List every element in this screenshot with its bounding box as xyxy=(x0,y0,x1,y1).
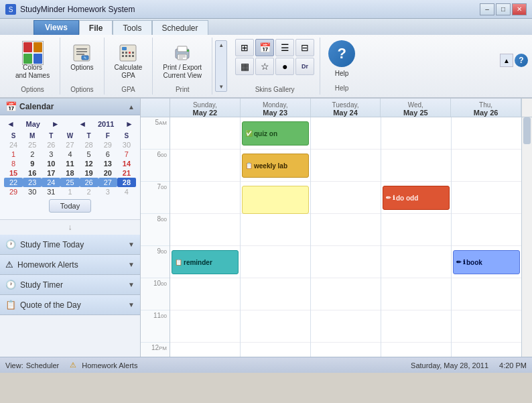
tuesday-column[interactable] xyxy=(311,117,381,357)
event-reminder[interactable]: 📋 reminder xyxy=(172,250,239,274)
color-red xyxy=(23,42,32,52)
cal-day[interactable]: 26 xyxy=(42,140,60,150)
event-do-odd[interactable]: ✏ ℹ do odd xyxy=(383,186,450,210)
next-year-button[interactable]: ► xyxy=(123,119,136,129)
cal-day[interactable]: 8 xyxy=(4,159,23,168)
scroll-gutter[interactable] xyxy=(521,117,532,357)
cal-day[interactable]: 3 xyxy=(98,187,117,196)
calculate-gpa-button[interactable]: CalculateGPA xyxy=(110,39,147,83)
event-weekly-lab[interactable]: 📋 weekly lab xyxy=(242,154,309,178)
cal-day[interactable]: 27 xyxy=(60,140,79,150)
cal-day[interactable]: 2 xyxy=(80,187,98,196)
thursday-column[interactable]: ✏ ℹ book xyxy=(452,117,521,357)
cal-day[interactable]: 25 xyxy=(23,140,42,150)
cal-header-tuesday[interactable]: Tuesday, May 24 xyxy=(311,99,381,117)
cal-day[interactable]: 18 xyxy=(60,168,79,178)
cal-header-monday[interactable]: Monday, May 23 xyxy=(241,99,311,117)
monday-column[interactable]: ✅ quiz on 📋 weekly lab xyxy=(241,117,311,357)
cal-day-28[interactable]: 28 xyxy=(117,178,136,187)
tab-tools[interactable]: Tools xyxy=(113,20,151,35)
cal-day[interactable]: 28 xyxy=(80,140,98,150)
cal-header-thursday[interactable]: Thu, May 26 xyxy=(451,99,521,117)
cal-day-24[interactable]: 24 xyxy=(42,178,60,187)
study-time-panel[interactable]: 🕐 Study Time Today ▼ xyxy=(0,235,140,255)
sidebar-expand-arrow[interactable]: ↓ xyxy=(0,220,140,235)
cal-day-22[interactable]: 22 xyxy=(4,178,23,187)
colors-group-label: Options xyxy=(21,83,44,93)
time-gutter-header xyxy=(141,99,170,117)
skin-list-button[interactable]: ☰ xyxy=(275,39,294,56)
options-button[interactable]: ✎ Options xyxy=(66,39,98,75)
ribbon-collapse-button[interactable]: ▲ xyxy=(500,54,513,67)
cal-day[interactable]: 19 xyxy=(80,168,98,178)
prev-month-button[interactable]: ◄ xyxy=(4,119,17,129)
event-quiz[interactable]: ✅ quiz on xyxy=(242,121,309,146)
help-icon-button[interactable]: ? xyxy=(515,54,528,67)
sunday-column[interactable]: 📋 reminder xyxy=(170,117,241,357)
skin-calendar-button[interactable]: 📅 xyxy=(255,39,274,56)
colors-names-button[interactable]: Colorsand Names xyxy=(11,39,54,83)
cal-day[interactable]: 14 xyxy=(117,159,136,168)
today-button[interactable]: Today xyxy=(49,199,91,213)
calendar-collapse-button[interactable]: ▲ xyxy=(128,103,135,111)
cal-day[interactable]: 2 xyxy=(23,150,42,159)
homework-alerts-panel[interactable]: ⚠ Homework Alerts ▼ xyxy=(0,255,140,275)
cal-day[interactable]: 20 xyxy=(98,168,117,178)
cal-day[interactable]: 1 xyxy=(4,150,23,159)
svg-text:S: S xyxy=(9,6,13,13)
cal-day[interactable]: 16 xyxy=(23,168,42,178)
tab-file[interactable]: File xyxy=(79,20,113,35)
cal-day[interactable]: 9 xyxy=(23,159,42,168)
cal-day[interactable]: 29 xyxy=(4,187,23,196)
cal-day[interactable]: 12 xyxy=(80,159,98,168)
cal-day[interactable]: 21 xyxy=(117,168,136,178)
prev-year-button[interactable]: ◄ xyxy=(76,119,89,129)
skin-view5-button[interactable]: ▦ xyxy=(235,58,254,75)
print-export-button[interactable]: Print / ExportCurrent View xyxy=(158,39,206,83)
maximize-button[interactable]: □ xyxy=(496,3,511,15)
study-timer-panel[interactable]: 🕐 Study Timer ▼ xyxy=(0,275,140,295)
cal-day[interactable]: 13 xyxy=(98,159,117,168)
cal-day[interactable]: 11 xyxy=(60,159,79,168)
cal-day-25[interactable]: 25 xyxy=(60,178,79,187)
cal-day[interactable]: 10 xyxy=(42,159,60,168)
cal-day-27[interactable]: 27 xyxy=(98,178,117,187)
cal-day[interactable]: 30 xyxy=(23,187,42,196)
cal-day[interactable]: 4 xyxy=(117,187,136,196)
close-button[interactable]: ✕ xyxy=(512,3,527,15)
event-book[interactable]: ✏ ℹ book xyxy=(453,250,520,274)
wednesday-column[interactable]: ✏ ℹ do odd xyxy=(381,117,452,357)
skin-grid-button[interactable]: ⊞ xyxy=(235,39,254,56)
skin-dr-button[interactable]: Dr xyxy=(295,58,314,75)
cal-day[interactable]: 24 xyxy=(4,140,23,150)
cal-day[interactable]: 5 xyxy=(80,150,98,159)
cal-day[interactable]: 7 xyxy=(117,150,136,159)
quote-of-day-panel[interactable]: 📋 Quote of the Day ▼ xyxy=(0,295,140,315)
skin-view4-button[interactable]: ⊟ xyxy=(295,39,314,56)
cal-header-sunday[interactable]: Sunday, May 22 xyxy=(170,99,241,117)
tab-scheduler[interactable]: Scheduler xyxy=(152,20,208,35)
minimize-button[interactable]: – xyxy=(480,3,494,15)
skins-scrollbar[interactable]: ▲ ▼ xyxy=(215,40,227,92)
skin-circle-button[interactable]: ● xyxy=(275,58,294,75)
calendar-scroll-area[interactable]: 5AM 600 700 800 900 1000 1100 12PM xyxy=(141,117,532,357)
cal-header-wednesday[interactable]: Wed, May 25 xyxy=(381,99,451,117)
cal-day[interactable]: 17 xyxy=(42,168,60,178)
tab-views[interactable]: Views xyxy=(34,20,79,35)
cal-day-26[interactable]: 26 xyxy=(80,178,98,187)
cal-day[interactable]: 31 xyxy=(42,187,60,196)
cal-day-23[interactable]: 23 xyxy=(23,178,42,187)
cal-day[interactable]: 1 xyxy=(60,187,79,196)
status-bar: View: Scheduler ⚠ Homework Alerts Saturd… xyxy=(0,357,532,373)
skin-star-button[interactable]: ☆ xyxy=(255,58,274,75)
next-month-button[interactable]: ► xyxy=(49,119,62,129)
cal-day[interactable]: 3 xyxy=(42,150,60,159)
event-yellow[interactable] xyxy=(242,186,309,214)
cal-day[interactable]: 30 xyxy=(117,140,136,150)
cal-day[interactable]: 29 xyxy=(98,140,117,150)
cal-day[interactable]: 15 xyxy=(4,168,23,178)
cal-day[interactable]: 6 xyxy=(98,150,117,159)
cal-day[interactable]: 4 xyxy=(60,150,79,159)
calendar-year: 2011 xyxy=(98,120,114,128)
help-icon[interactable]: ? xyxy=(328,40,355,67)
